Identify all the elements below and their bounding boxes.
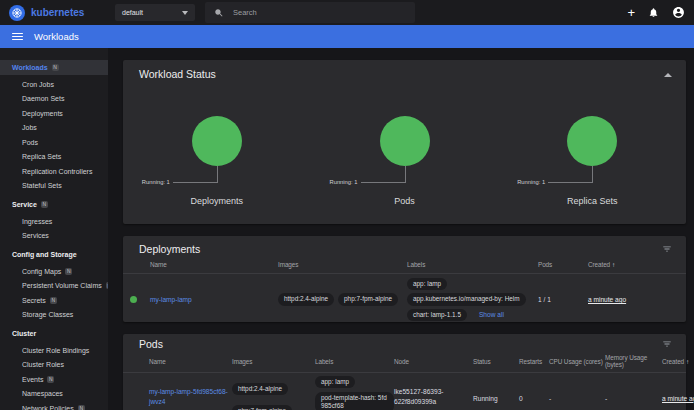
cpu-cell: -	[549, 395, 605, 402]
sidebar-item-cron-jobs[interactable]: Cron Jobs	[0, 77, 108, 92]
column-header-pods[interactable]: Pods	[538, 261, 588, 268]
column-header-images[interactable]: Images	[278, 261, 407, 268]
chart-annotation: Running: 1	[311, 166, 499, 184]
label-chip: app: lamp	[315, 376, 355, 388]
sidebar-item-replication-controllers[interactable]: Replication Controllers	[0, 164, 108, 179]
page-toolbar: Workloads	[0, 25, 694, 48]
connector-line	[361, 182, 405, 183]
sidebar-item-cluster-role-bindings[interactable]: Cluster Role Bindings	[0, 343, 108, 358]
sidebar-item-label: Storage Classes	[22, 311, 73, 318]
sidebar-item-workloads[interactable]: WorkloadsN	[0, 60, 108, 75]
namespace-selector[interactable]: default	[115, 4, 195, 21]
column-header-name[interactable]: Name	[149, 358, 232, 365]
workload-chart-replica-sets: Running: 1Replica Sets	[498, 116, 686, 206]
column-header-labels[interactable]: Labels	[315, 358, 394, 365]
connector-line	[173, 182, 217, 183]
column-header-created[interactable]: Created↑	[588, 261, 686, 268]
sidebar-item-label: Stateful Sets	[22, 182, 62, 189]
pod-name-link[interactable]: my-lamp-lamp-5fd985cf68-jwvz4	[149, 387, 232, 407]
kubernetes-logo-icon	[9, 5, 25, 21]
sidebar-item-label: Config Maps	[22, 268, 61, 275]
chart-annotation: Running: 1	[498, 166, 686, 184]
sidebar-item-label: Config and Storage	[12, 251, 77, 258]
notifications-icon[interactable]	[648, 7, 659, 18]
chart-annotation-label: Running: 1	[517, 179, 545, 185]
chart-title: Replica Sets	[567, 196, 618, 206]
column-header-name[interactable]: Name	[150, 261, 278, 268]
column-header-created[interactable]: Created↑	[662, 358, 693, 365]
sidebar-item-pods[interactable]: Pods	[0, 135, 108, 150]
labels-last-line: chart: lamp-1.1.5Show all	[407, 309, 504, 321]
sidebar-item-cluster-roles[interactable]: Cluster Roles	[0, 358, 108, 373]
app-header: kubernetes default Search +	[0, 0, 694, 25]
search-placeholder: Search	[233, 8, 257, 17]
connector-line	[548, 182, 592, 183]
chart-annotation: Running: 1	[123, 166, 311, 184]
label-chip: php:7-fpm-alpine	[232, 405, 292, 410]
sidebar-item-replica-sets[interactable]: Replica Sets	[0, 150, 108, 165]
show-all-link[interactable]: Show all	[479, 311, 504, 318]
node-cell: lke55127-86393-622f8d09399a	[394, 387, 473, 407]
filter-icon[interactable]	[662, 244, 672, 254]
sidebar-item-label: Replica Sets	[22, 153, 61, 160]
memory-cell: -	[605, 395, 662, 402]
sidebar-item-label: Cluster Role Bindings	[22, 347, 89, 354]
search-input[interactable]: Search	[205, 2, 415, 23]
sidebar-item-services[interactable]: Services	[0, 229, 108, 244]
column-header-restarts[interactable]: Restarts	[519, 358, 549, 365]
sidebar-item-deployments[interactable]: Deployments	[0, 106, 108, 121]
column-header-status[interactable]: Status	[473, 358, 519, 365]
sidebar-item-jobs[interactable]: Jobs	[0, 121, 108, 136]
column-header-images[interactable]: Images	[232, 358, 315, 365]
deployment-name-link[interactable]: my-lamp-lamp	[150, 296, 278, 303]
sidebar-item-label: Ingresses	[22, 218, 52, 225]
filter-icon[interactable]	[662, 339, 672, 349]
namespaced-badge: N	[52, 64, 59, 71]
sidebar-item-label: Cron Jobs	[22, 81, 54, 88]
user-account-icon[interactable]	[672, 6, 685, 19]
namespaced-badge: N	[50, 297, 57, 304]
column-header-memory-usage-bytes-[interactable]: Memory Usage (bytes)	[605, 354, 662, 369]
sidebar-item-storage-classes[interactable]: Storage Classes	[0, 308, 108, 323]
label-chip: php:7-fpm-alpine	[338, 293, 398, 305]
pie-chart	[192, 116, 242, 166]
column-header-node[interactable]: Node	[394, 358, 473, 365]
sidebar-item-label: Workloads	[12, 64, 48, 71]
restarts-cell: 0	[519, 395, 549, 402]
sidebar-item-cluster[interactable]: Cluster	[0, 326, 108, 341]
column-header-cpu-usage-cores-[interactable]: CPU Usage (cores)	[549, 358, 605, 365]
sidebar-item-label: Deployments	[22, 110, 63, 117]
collapse-icon[interactable]	[664, 73, 672, 77]
pie-chart	[567, 116, 617, 166]
sidebar-item-daemon-sets[interactable]: Daemon Sets	[0, 92, 108, 107]
workload-status-title: Workload Status	[139, 68, 216, 80]
created-cell[interactable]: a minute ago	[588, 296, 686, 303]
create-resource-button[interactable]: +	[627, 6, 635, 19]
sidebar-item-namespaces[interactable]: Namespaces	[0, 387, 108, 402]
chart-title: Pods	[394, 196, 415, 206]
label-chip: pod-template-hash: 5fd985cf68	[315, 392, 394, 410]
menu-icon[interactable]	[12, 33, 23, 41]
sidebar-item-events[interactable]: EventsN	[0, 372, 108, 387]
page-title: Workloads	[34, 31, 79, 42]
sidebar-item-ingresses[interactable]: Ingresses	[0, 214, 108, 229]
label-chip: httpd:2.4-alpine	[278, 293, 334, 305]
sidebar-item-label: Jobs	[22, 124, 37, 131]
images-cell: httpd:2.4-alpinephp:7-fpm-alpine	[278, 293, 407, 305]
sidebar-item-label: Replication Controllers	[22, 168, 92, 175]
column-header-labels[interactable]: Labels	[407, 261, 538, 268]
sidebar-item-service[interactable]: ServiceN	[0, 197, 108, 212]
sidebar-item-secrets[interactable]: SecretsN	[0, 293, 108, 308]
created-cell[interactable]: a minute ago	[662, 395, 694, 402]
workload-chart-pods: Running: 1Pods	[311, 116, 499, 206]
deployments-title: Deployments	[139, 243, 200, 255]
sidebar-item-network-policies[interactable]: Network PoliciesN	[0, 401, 108, 410]
sidebar-item-config-and-storage[interactable]: Config and Storage	[0, 247, 108, 262]
status-cell	[123, 376, 149, 383]
connector-line	[592, 166, 593, 183]
sidebar-item-stateful-sets[interactable]: Stateful Sets	[0, 179, 108, 194]
chart-annotation-label: Running: 1	[329, 179, 357, 185]
sidebar-item-config-maps[interactable]: Config MapsN	[0, 264, 108, 279]
sidebar-item-persistent-volume-claims[interactable]: Persistent Volume ClaimsN	[0, 279, 108, 294]
table-row: my-lamp-lamp-5fd985cf68-jwvz4httpd:2.4-a…	[123, 373, 686, 410]
